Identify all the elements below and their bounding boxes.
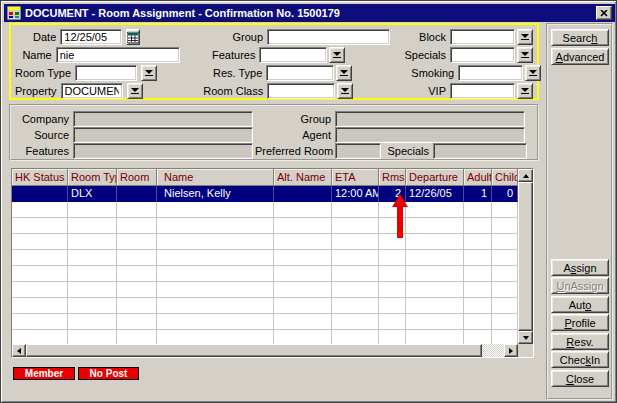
horizontal-scrollbar[interactable] bbox=[12, 344, 518, 357]
specials-label: Specials bbox=[404, 49, 446, 61]
table-cell bbox=[492, 330, 518, 344]
specials-dropdown-icon[interactable] bbox=[517, 47, 533, 63]
close-icon[interactable] bbox=[596, 6, 612, 20]
check-in-button[interactable]: Check In bbox=[551, 351, 609, 368]
scroll-right-icon[interactable] bbox=[504, 344, 518, 357]
annotation-arrow-up-icon bbox=[392, 194, 408, 239]
group-input[interactable] bbox=[267, 29, 390, 45]
agent-label: Agent bbox=[255, 129, 331, 141]
table-cell bbox=[464, 218, 492, 234]
room-type-input[interactable] bbox=[75, 65, 137, 81]
scroll-down-icon[interactable] bbox=[518, 331, 533, 344]
table-row[interactable]: DLXNielsen, Kelly12:00 AM212/26/0510 bbox=[12, 186, 518, 202]
calendar-button[interactable] bbox=[126, 29, 140, 45]
table-cell bbox=[464, 298, 492, 314]
assign-button[interactable]: Assign bbox=[551, 259, 609, 276]
date-input[interactable] bbox=[60, 29, 122, 45]
resv-button[interactable]: Resv. bbox=[551, 333, 609, 350]
table-cell bbox=[157, 202, 274, 218]
smoking-input[interactable] bbox=[458, 65, 523, 81]
column-header-departure: Departure bbox=[406, 169, 464, 186]
table-cell bbox=[332, 314, 379, 330]
info-features-label: Features bbox=[13, 145, 69, 157]
property-label: Property bbox=[15, 85, 57, 97]
table-cell bbox=[12, 314, 68, 330]
table-cell bbox=[117, 218, 157, 234]
res-type-input[interactable] bbox=[266, 65, 334, 81]
column-header-room-type: Room Type bbox=[68, 169, 117, 186]
table-cell bbox=[464, 330, 492, 344]
horizontal-scrollbar-thumb[interactable] bbox=[26, 344, 482, 357]
vertical-scrollbar-thumb[interactable] bbox=[518, 182, 533, 331]
close-button[interactable]: Close bbox=[551, 370, 609, 387]
property-input[interactable] bbox=[61, 83, 123, 99]
vip-label: VIP bbox=[412, 85, 446, 97]
table-cell bbox=[157, 298, 274, 314]
features-dropdown-icon[interactable] bbox=[329, 47, 345, 63]
smoking-dropdown-icon[interactable] bbox=[525, 65, 541, 81]
advanced-button[interactable]: Advanced bbox=[551, 48, 609, 65]
table-cell bbox=[12, 330, 68, 344]
search-criteria-panel: Date Group Block Name Features Specials bbox=[9, 23, 539, 100]
table-cell bbox=[274, 330, 332, 344]
table-cell bbox=[274, 186, 332, 202]
room-class-input[interactable] bbox=[267, 83, 335, 99]
room-class-label: Room Class bbox=[199, 85, 264, 97]
specials-input[interactable] bbox=[450, 47, 515, 63]
table-cell bbox=[492, 298, 518, 314]
info-specials-field bbox=[433, 143, 527, 159]
scroll-left-icon[interactable] bbox=[12, 344, 26, 357]
vertical-scrollbar[interactable] bbox=[518, 169, 533, 344]
profile-button[interactable]: Profile bbox=[551, 314, 609, 331]
column-header-child: Child bbox=[492, 169, 518, 186]
table-cell bbox=[12, 298, 68, 314]
table-cell bbox=[117, 186, 157, 202]
company-field bbox=[73, 111, 253, 127]
table-cell bbox=[379, 250, 406, 266]
table-cell bbox=[68, 266, 117, 282]
group-label: Group bbox=[198, 31, 263, 43]
features-label: Features bbox=[198, 49, 256, 61]
table-cell bbox=[68, 218, 117, 234]
column-header-room: Room bbox=[117, 169, 157, 186]
block-label: Block bbox=[412, 31, 446, 43]
date-label: Date bbox=[15, 31, 56, 43]
table-cell bbox=[68, 250, 117, 266]
table-cell bbox=[12, 186, 68, 202]
block-dropdown-icon[interactable] bbox=[517, 29, 533, 45]
table-cell bbox=[68, 282, 117, 298]
table-cell: DLX bbox=[68, 186, 117, 202]
table-cell bbox=[492, 250, 518, 266]
table-cell bbox=[157, 282, 274, 298]
table-empty-row bbox=[12, 202, 518, 218]
column-header-rms: Rms bbox=[379, 169, 406, 186]
scroll-up-icon[interactable] bbox=[518, 169, 533, 182]
features-input[interactable] bbox=[259, 47, 327, 63]
room-type-dropdown-icon[interactable] bbox=[141, 65, 157, 81]
vip-dropdown-icon[interactable] bbox=[517, 83, 533, 99]
column-header-eta: ETA bbox=[332, 169, 379, 186]
title-bar[interactable]: DOCUMENT - Room Assignment - Confirmatio… bbox=[4, 4, 615, 22]
vip-input[interactable] bbox=[450, 83, 515, 99]
table-cell bbox=[379, 298, 406, 314]
table-cell bbox=[379, 282, 406, 298]
table-cell bbox=[464, 282, 492, 298]
table-cell bbox=[332, 202, 379, 218]
table-cell bbox=[117, 250, 157, 266]
name-input[interactable] bbox=[56, 47, 180, 63]
search-button[interactable]: Search bbox=[551, 29, 609, 46]
table-cell bbox=[117, 234, 157, 250]
table-cell bbox=[274, 250, 332, 266]
smoking-label: Smoking bbox=[411, 67, 454, 79]
block-input[interactable] bbox=[450, 29, 515, 45]
property-dropdown-icon[interactable] bbox=[127, 83, 143, 99]
company-label: Company bbox=[13, 113, 69, 125]
no-post-status-badge: No Post bbox=[78, 367, 139, 380]
res-type-dropdown-icon[interactable] bbox=[336, 65, 352, 81]
auto-button[interactable]: Auto bbox=[551, 296, 609, 313]
table-cell bbox=[332, 234, 379, 250]
table-cell bbox=[274, 314, 332, 330]
table-empty-row bbox=[12, 266, 518, 282]
room-class-dropdown-icon[interactable] bbox=[337, 83, 353, 99]
calendar-icon bbox=[127, 32, 139, 43]
